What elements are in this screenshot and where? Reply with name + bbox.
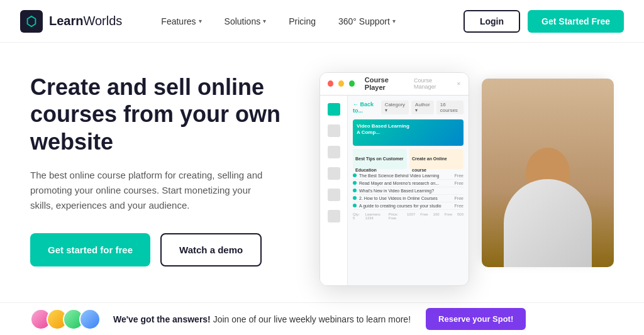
list-item[interactable]: Read Mayer and Moreno's research on... F… — [353, 180, 464, 187]
course-card-2[interactable]: Create an Online course — [409, 149, 464, 169]
list-item[interactable]: 2. How to Use Videos in Online Courses F… — [353, 195, 464, 202]
hero-cta-primary[interactable]: Get started for free — [30, 233, 150, 266]
navbar: LearnWorlds Features ▾ Solutions ▾ Prici… — [0, 0, 644, 43]
login-button[interactable]: Login — [464, 10, 520, 33]
hero-subtitle: The best online course platform for crea… — [30, 168, 269, 213]
logo-svg — [25, 14, 38, 28]
sidebar-settings-icon[interactable] — [328, 189, 340, 201]
list-item[interactable]: A guide to creating courses for your stu… — [353, 202, 464, 210]
hero-right: Course Player Course Manager ✕ ← Back to… — [319, 72, 614, 286]
filter-row: Category ▾ Author ▾ 16 courses — [381, 101, 464, 114]
mockup-topbar: Course Player Course Manager ✕ — [320, 73, 469, 96]
mockup-close-icon[interactable]: ✕ — [457, 81, 461, 87]
window-min-dot — [338, 80, 344, 87]
filter-category[interactable]: Category ▾ — [381, 101, 409, 114]
back-link[interactable]: ← Back to... — [353, 101, 381, 114]
list-dot — [353, 196, 357, 200]
nav-pricing[interactable]: Pricing — [280, 11, 325, 31]
window-close-dot — [328, 80, 333, 87]
list-item[interactable]: What's New in Video Based Learning? — [353, 187, 464, 195]
mockup-sidebar — [320, 96, 348, 285]
stats-row: Qty: 5 Learners: 1234 Price: Free 1007 F… — [353, 212, 464, 220]
hero-buttons: Get started for free Watch a demo — [30, 233, 294, 266]
sidebar-courses-icon[interactable] — [328, 124, 340, 137]
logo[interactable]: LearnWorlds — [20, 10, 122, 33]
course-card-1[interactable]: Best Tips on Customer Education — [353, 149, 407, 169]
chevron-down-icon: ▾ — [392, 18, 396, 25]
filter-author[interactable]: Author ▾ — [411, 101, 434, 114]
list-dot — [353, 204, 357, 207]
course-list: The Best Science Behind Video Learning F… — [353, 172, 464, 210]
chevron-down-icon: ▾ — [199, 18, 202, 25]
avatar-4 — [79, 309, 101, 330]
window-max-dot — [349, 80, 355, 87]
mockup-body: ← Back to... Category ▾ Author ▾ 16 cour… — [320, 96, 469, 285]
filter-count: 16 courses — [436, 101, 464, 114]
hero-left: Create and sell online courses from your… — [30, 74, 294, 284]
list-dot — [353, 189, 357, 192]
avatar-group — [30, 309, 96, 330]
bottom-bar: We've got the answers! Join one of our l… — [0, 302, 644, 335]
logo-text: LearnWorlds — [49, 14, 122, 28]
bottom-bar-normal: Join one of our live weekly webinars to … — [213, 314, 411, 324]
content-header: ← Back to... Category ▾ Author ▾ 16 cour… — [353, 101, 464, 114]
sidebar-home-icon[interactable] — [328, 103, 340, 116]
bottom-bar-text: We've got the answers! Join one of our l… — [113, 314, 411, 324]
nav-links: Features ▾ Solutions ▾ Pricing 360° Supp… — [152, 11, 464, 31]
hero-cta-secondary[interactable]: Watch a demo — [160, 233, 262, 266]
mockup-subtitle: Course Manager — [414, 77, 452, 90]
featured-course-card[interactable]: Video Based LearningA Comp... — [353, 119, 464, 146]
nav-actions: Login Get Started Free — [464, 10, 624, 33]
person-body — [504, 179, 592, 267]
sidebar-search-icon[interactable] — [328, 167, 340, 180]
nav-support[interactable]: 360° Support ▾ — [330, 11, 404, 31]
person-photo — [482, 79, 614, 267]
photo-inner — [482, 79, 614, 267]
list-dot — [353, 173, 357, 177]
list-dot — [353, 181, 357, 185]
bottom-bar-bold: We've got the answers! — [113, 314, 211, 324]
dashboard-mockup: Course Player Course Manager ✕ ← Back to… — [319, 72, 469, 286]
list-item[interactable]: The Best Science Behind Video Learning F… — [353, 172, 464, 180]
nav-solutions[interactable]: Solutions ▾ — [216, 11, 275, 31]
medium-course-row: Best Tips on Customer Education Create a… — [353, 149, 464, 169]
sidebar-chart-icon[interactable] — [328, 210, 340, 222]
hero-title: Create and sell online courses from your… — [30, 74, 294, 155]
mockup-title: Course Player — [365, 76, 406, 91]
nav-features[interactable]: Features ▾ — [152, 11, 210, 31]
reserve-button[interactable]: Reserve your Spot! — [426, 308, 526, 330]
sidebar-play-icon[interactable] — [328, 146, 340, 158]
chevron-down-icon: ▾ — [263, 18, 266, 25]
hero-section: Create and sell online courses from your… — [0, 43, 644, 302]
logo-icon — [20, 10, 43, 33]
get-started-button[interactable]: Get Started Free — [528, 10, 624, 33]
mockup-content: ← Back to... Category ▾ Author ▾ 16 cour… — [348, 96, 469, 285]
